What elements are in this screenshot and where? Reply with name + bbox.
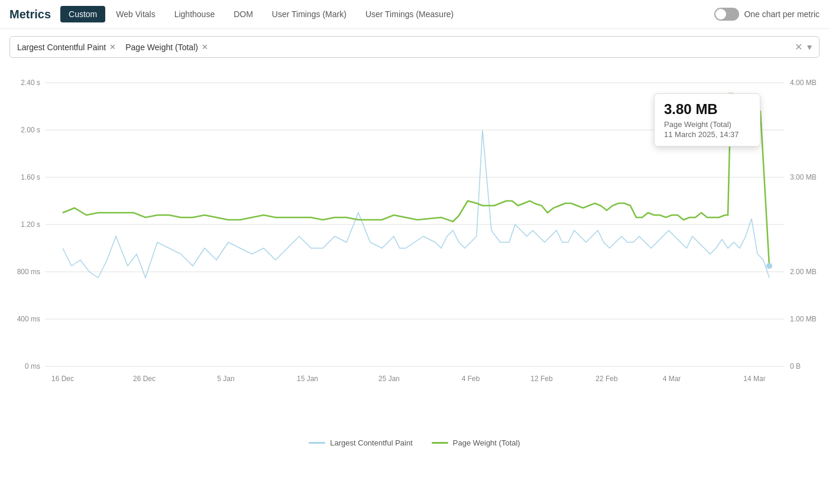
y-axis-label-400ms: 400 ms [17,315,40,323]
chart-legend: Largest Contentful Paint Page Weight (To… [9,438,820,447]
y-axis-right-100mb: 1.00 MB [790,315,817,323]
legend-lcp-line [309,442,325,444]
filter-clear-button[interactable]: ✕ [795,41,802,53]
lcp-end-dot [766,263,772,269]
y-axis-label-160: 1.60 s [21,173,40,181]
tooltip-dot-inner [728,94,734,100]
x-axis-26dec: 26 Dec [133,375,156,383]
tab-custom[interactable]: Custom [60,6,105,22]
x-axis-25jan: 25 Jan [378,375,400,383]
tab-web-vitals[interactable]: Web Vitals [108,6,163,22]
pwt-line [63,97,769,266]
y-axis-label-200: 2.00 s [21,126,40,134]
x-axis-16dec: 16 Dec [51,375,74,383]
x-axis-4mar: 4 Mar [663,375,681,383]
filter-tag-lcp-remove[interactable]: ✕ [109,43,116,51]
y-axis-right-200mb: 2.00 MB [790,268,817,276]
header: Metrics Custom Web Vitals Lighthouse DOM… [0,0,829,29]
filter-tag-pwt-remove[interactable]: ✕ [202,43,208,51]
legend-lcp: Largest Contentful Paint [309,438,412,447]
tab-dom[interactable]: DOM [225,6,261,22]
filter-tag-pwt: Page Weight (Total) ✕ [125,43,208,52]
y-axis-label-120: 1.20 s [21,220,40,229]
filter-bar: Largest Contentful Paint ✕ Page Weight (… [9,36,820,58]
y-axis-label-240: 2.40 s [21,79,40,87]
legend-lcp-label: Largest Contentful Paint [330,438,412,447]
y-axis-label-0ms: 0 ms [25,362,40,370]
y-axis-right-300mb: 3.00 MB [790,173,817,181]
tab-user-timings-measure[interactable]: User Timings (Measure) [357,6,462,22]
legend-pwt-label: Page Weight (Total) [453,438,520,447]
x-axis-22feb: 22 Feb [595,375,618,383]
page-title: Metrics [9,8,51,21]
toggle-label: One chart per metric [744,9,820,19]
y-axis-label-800ms: 800 ms [17,268,40,276]
x-axis-4feb: 4 Feb [462,375,480,383]
chart-svg-wrapper: 2.40 s 2.00 s 1.60 s 1.20 s 800 ms 400 m… [9,65,820,434]
x-axis-14mar: 14 Mar [743,375,765,383]
filter-tag-lcp: Largest Contentful Paint ✕ [17,43,116,52]
x-axis-12feb: 12 Feb [530,375,553,383]
filter-tag-pwt-label: Page Weight (Total) [125,43,198,52]
legend-pwt-line [432,442,448,444]
tab-user-timings-mark[interactable]: User Timings (Mark) [264,6,355,22]
filter-chevron-button[interactable]: ▾ [807,41,812,53]
filter-tag-lcp-label: Largest Contentful Paint [17,43,106,52]
chart-svg: 2.40 s 2.00 s 1.60 s 1.20 s 800 ms 400 m… [9,65,820,431]
tab-lighthouse[interactable]: Lighthouse [166,6,224,22]
lcp-line [63,130,769,278]
legend-pwt: Page Weight (Total) [432,438,520,447]
y-axis-right-400mb: 4.00 MB [790,79,817,87]
one-chart-toggle[interactable] [714,8,739,21]
y-axis-right-0b: 0 B [790,362,801,370]
x-axis-15jan: 15 Jan [297,375,318,383]
chart-container: 2.40 s 2.00 s 1.60 s 1.20 s 800 ms 400 m… [9,65,820,459]
x-axis-5jan: 5 Jan [217,375,234,383]
toggle-area: One chart per metric [714,8,820,21]
tabs-container: Custom Web Vitals Lighthouse DOM User Ti… [60,6,714,22]
